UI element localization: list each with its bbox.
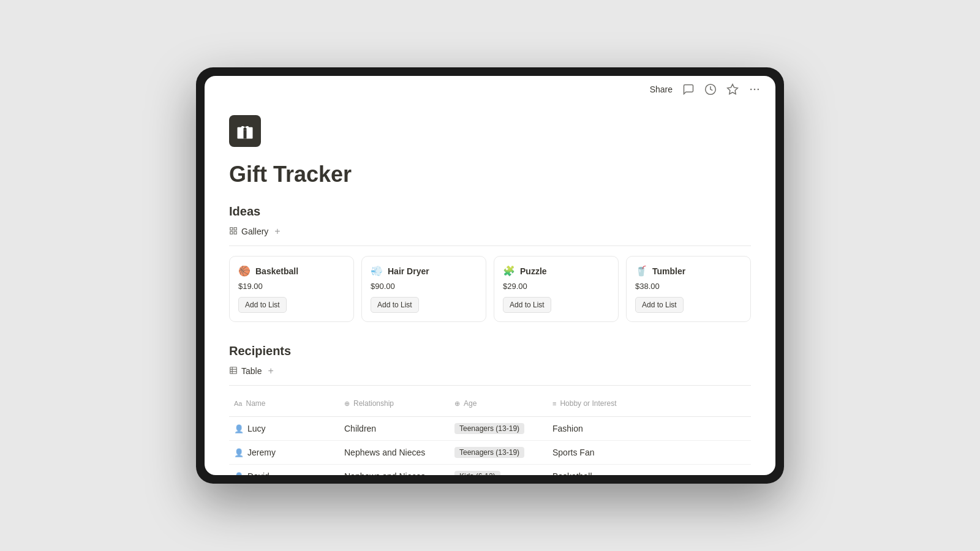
gallery-grid: 🏀 Basketball $19.00 Add to List 💨 Hair D… [229, 256, 751, 322]
gallery-card-tumbler[interactable]: 🥤 Tumbler $38.00 Add to List [626, 256, 751, 322]
add-gallery-view-button[interactable]: + [272, 226, 282, 237]
basketball-price: $19.00 [238, 282, 345, 291]
hair-dryer-price: $90.00 [371, 282, 477, 291]
svg-rect-13 [230, 367, 237, 373]
cell-david-age: Kids (6-12) [450, 465, 548, 475]
relationship-col-icon: ⊕ [344, 400, 350, 408]
tumbler-name: Tumbler [652, 266, 685, 276]
cell-lucy-age: Teenagers (13-19) [450, 417, 548, 440]
cell-lucy-hobby: Fashion [548, 417, 670, 440]
share-button[interactable]: Share [650, 84, 673, 94]
table-row[interactable]: 👤 David Nephews and Nieces Kids (6-12) B… [229, 465, 751, 475]
col-header-hobby: ≡ Hobby or Interest [548, 395, 670, 411]
page-title: Gift Tracker [229, 162, 751, 187]
cell-lucy-relationship: Children [339, 417, 450, 440]
add-table-view-button[interactable]: + [265, 365, 276, 377]
content-area: Gift Tracker Ideas Gallery + [205, 103, 775, 475]
recipients-table: Aa Name ⊕ Relationship ⊕ Age ≡ [229, 395, 751, 475]
ideas-section: Ideas Gallery + [229, 204, 751, 322]
gallery-icon [229, 227, 238, 237]
svg-point-2 [750, 89, 752, 91]
jeremy-name: Jeremy [247, 448, 276, 457]
recipients-section-title: Recipients [229, 344, 751, 358]
gallery-view-toggle[interactable]: Gallery + [229, 226, 751, 237]
svg-rect-6 [244, 130, 247, 139]
jeremy-hobby: Sports Fan [552, 448, 594, 457]
gallery-card-hair-dryer[interactable]: 💨 Hair Dryer $90.00 Add to List [361, 256, 486, 322]
svg-rect-9 [230, 227, 233, 230]
david-name: David [247, 471, 270, 475]
cell-jeremy-relationship: Nephews and Nieces [339, 441, 450, 464]
tumbler-price: $38.00 [635, 282, 742, 291]
table-row[interactable]: 👤 Lucy Children Teenagers (13-19) Fashio… [229, 417, 751, 441]
more-button[interactable] [748, 83, 761, 96]
table-header: Aa Name ⊕ Relationship ⊕ Age ≡ [229, 395, 751, 417]
name-col-icon: Aa [234, 400, 242, 407]
cell-david-name: 👤 David [229, 465, 339, 475]
tumbler-icon: 🥤 [635, 265, 647, 277]
cell-jeremy-name: 👤 Jeremy [229, 441, 339, 464]
jeremy-age-tag: Teenagers (13-19) [454, 447, 524, 458]
lucy-name: Lucy [247, 424, 266, 433]
gallery-card-puzzle[interactable]: 🧩 Puzzle $29.00 Add to List [494, 256, 619, 322]
hair-dryer-icon: 💨 [371, 265, 383, 277]
col-header-relationship: ⊕ Relationship [339, 395, 450, 411]
table-view-toggle[interactable]: Table + [229, 365, 751, 377]
hair-dryer-add-to-list-button[interactable]: Add to List [371, 297, 419, 313]
david-relationship: Nephews and Nieces [344, 471, 425, 475]
hobby-col-icon: ≡ [552, 400, 556, 407]
card-header-puzzle: 🧩 Puzzle [503, 265, 609, 277]
recipients-divider [229, 385, 751, 386]
basketball-add-to-list-button[interactable]: Add to List [238, 297, 287, 313]
puzzle-add-to-list-button[interactable]: Add to List [503, 297, 551, 313]
cell-jeremy-hobby: Sports Fan [548, 441, 670, 464]
recipients-section: Recipients Table + [229, 344, 751, 475]
puzzle-icon: 🧩 [503, 265, 515, 277]
ideas-divider [229, 246, 751, 246]
lucy-relationship: Children [344, 424, 376, 433]
name-col-label: Name [246, 399, 265, 408]
top-bar-actions: Share [650, 83, 761, 96]
gift-icon [236, 122, 254, 140]
basketball-icon: 🏀 [238, 265, 251, 277]
table-label: Table [241, 366, 262, 376]
gallery-card-basketball[interactable]: 🏀 Basketball $19.00 Add to List [229, 256, 354, 322]
cell-lucy-name: 👤 Lucy [229, 417, 339, 440]
hair-dryer-name: Hair Dryer [388, 266, 429, 276]
svg-marker-1 [728, 84, 738, 94]
puzzle-name: Puzzle [520, 266, 547, 276]
basketball-name: Basketball [255, 266, 298, 276]
tablet-screen: Share [205, 76, 775, 475]
comment-button[interactable] [682, 83, 695, 96]
col-header-name: Aa Name [229, 395, 339, 411]
cell-david-hobby: Basketball [548, 465, 670, 475]
col-header-age: ⊕ Age [450, 395, 548, 411]
jeremy-relationship: Nephews and Nieces [344, 448, 425, 457]
person-icon: 👤 [234, 448, 244, 457]
cell-david-relationship: Nephews and Nieces [339, 465, 450, 475]
relationship-col-label: Relationship [353, 399, 394, 408]
ideas-section-title: Ideas [229, 204, 751, 219]
svg-rect-10 [234, 227, 236, 230]
david-age-tag: Kids (6-12) [454, 471, 500, 475]
svg-point-4 [758, 89, 760, 91]
age-col-label: Age [464, 399, 477, 408]
person-icon: 👤 [234, 472, 244, 476]
tablet-frame: Share [196, 67, 784, 484]
cell-jeremy-age: Teenagers (13-19) [450, 441, 548, 464]
puzzle-price: $29.00 [503, 282, 609, 291]
lucy-age-tag: Teenagers (13-19) [454, 423, 524, 434]
tumbler-add-to-list-button[interactable]: Add to List [635, 297, 684, 313]
table-row[interactable]: 👤 Jeremy Nephews and Nieces Teenagers (1… [229, 441, 751, 465]
lucy-hobby: Fashion [552, 424, 583, 433]
card-header-tumbler: 🥤 Tumbler [635, 265, 742, 277]
history-button[interactable] [704, 83, 717, 96]
svg-rect-11 [230, 231, 233, 234]
card-header-hair-dryer: 💨 Hair Dryer [371, 265, 477, 277]
favorite-button[interactable] [726, 83, 739, 96]
app-icon [229, 115, 261, 147]
top-bar: Share [205, 76, 775, 103]
svg-rect-12 [234, 231, 236, 234]
person-icon: 👤 [234, 424, 244, 433]
age-col-icon: ⊕ [454, 400, 460, 408]
